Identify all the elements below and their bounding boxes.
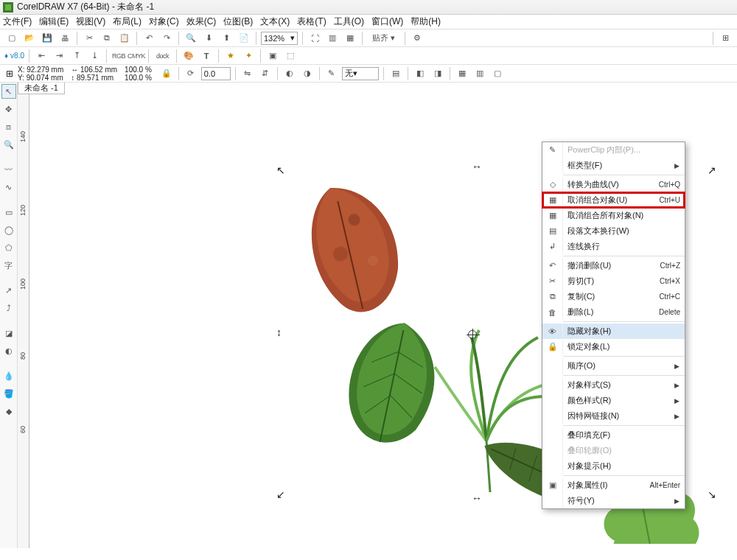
selection-handle[interactable]: ↗ [708,164,716,176]
context-menu-item[interactable]: ✂剪切(T)Ctrl+X [542,273,685,289]
misc1-icon[interactable]: ▣ [265,49,280,63]
align-top-icon[interactable]: ⤒ [69,49,84,63]
crop-tool-icon[interactable]: ⧈ [1,119,16,134]
menu-tools[interactable]: 工具(O) [334,15,364,28]
import-icon[interactable]: ⬇ [201,31,216,46]
publish-icon[interactable]: 📄 [237,31,251,46]
pick-tool-icon[interactable]: ↖ [1,84,16,99]
eyedropper-tool-icon[interactable]: 💧 [1,368,16,383]
menu-layout[interactable]: 布局(L) [113,15,142,28]
shape-tool-icon[interactable]: ✥ [1,102,16,116]
search-icon[interactable]: 🔍 [184,31,198,46]
menu-object[interactable]: 对象(C) [149,15,179,28]
context-menu-item[interactable]: ▦取消组合对象(U)Ctrl+U [542,192,685,208]
wrap-icon[interactable]: ▤ [388,66,403,81]
context-menu-item[interactable]: ◇转换为曲线(V)Ctrl+Q [542,177,685,192]
context-menu-item[interactable]: ⧉复制(C)Ctrl+C [542,289,685,304]
menu-view[interactable]: 视图(V) [76,15,105,28]
selection-handle[interactable]: ↙ [276,489,285,500]
cmyk-mode[interactable]: CMYK [129,49,144,63]
shape1-icon[interactable]: ◐ [282,66,297,81]
align-bottom-icon[interactable]: ⤓ [87,49,102,63]
open-icon[interactable]: 📂 [22,31,37,46]
dimension-tool-icon[interactable]: ↗ [1,283,16,298]
context-menu-item[interactable]: 🔒锁定对象(L) [542,339,685,354]
launch-icon[interactable]: ⊞ [718,31,733,46]
star2-icon[interactable]: ✦ [241,49,256,63]
zoom-tool-icon[interactable]: 🔍 [1,137,16,152]
context-menu-item[interactable]: ▦取消组合所有对象(N) [542,208,685,223]
polygon-tool-icon[interactable]: ⬠ [1,240,16,255]
menu-window[interactable]: 窗口(W) [371,15,403,28]
mirror-v-icon[interactable]: ⇵ [258,66,273,81]
zoom-combo[interactable]: 132%▾ [261,32,298,45]
dock-button[interactable]: dock [153,49,172,63]
context-menu-item[interactable]: ↶撤消删除(U)Ctrl+Z [542,258,685,273]
mirror-h-icon[interactable]: ⇋ [240,66,255,81]
export-icon[interactable]: ⬆ [219,31,234,46]
fill-tool-icon[interactable]: 🪣 [1,386,16,401]
options-icon[interactable]: ⚙ [410,31,425,46]
dropshadow-tool-icon[interactable]: ◪ [1,326,16,340]
shape2-icon[interactable]: ◑ [300,66,315,81]
context-menu-item[interactable]: ▣对象属性(I)Alt+Enter [542,477,685,493]
menu-help[interactable]: 帮助(H) [411,15,441,28]
ungroup-icon[interactable]: ▥ [472,66,487,81]
snap-button[interactable]: 贴齐 ▾ [367,31,400,46]
context-menu-item[interactable]: 框类型(F)▶ [542,158,685,173]
connector-tool-icon[interactable]: ⤴ [1,301,16,315]
ungroup-all-icon[interactable]: ▢ [490,66,505,81]
context-menu-item[interactable]: 对象样式(S)▶ [542,377,685,393]
text-icon[interactable]: T [199,49,214,63]
misc2-icon[interactable]: ⬚ [283,49,298,63]
group-icon[interactable]: ▦ [455,66,469,81]
selection-handle[interactable]: ↘ [708,489,716,500]
rotation-input[interactable]: 0.0 [201,67,231,80]
grid-icon[interactable]: ▦ [343,31,357,46]
context-menu-item[interactable]: 顺序(O)▶ [542,358,685,374]
ruler-icon[interactable]: ▥ [325,31,340,46]
color-swatch-icon[interactable]: 🎨 [181,49,196,63]
outline-icon[interactable]: ✎ [324,66,339,81]
selection-handle[interactable]: ↖ [276,164,285,176]
menu-file[interactable]: 文件(F) [3,15,32,28]
redo-icon[interactable]: ↷ [159,31,174,46]
menu-table[interactable]: 表格(T) [297,15,326,28]
document-tab[interactable]: 未命名 -1 [18,83,65,94]
context-menu-item[interactable]: 👁隐藏对象(H) [542,323,685,339]
transparency-tool-icon[interactable]: ◐ [1,343,16,358]
context-menu-item[interactable]: 对象提示(H) [542,458,685,474]
menu-effect[interactable]: 效果(C) [186,15,217,28]
menu-edit[interactable]: 编辑(E) [39,15,69,28]
rgb-mode[interactable]: RGB [111,49,126,63]
align-right-icon[interactable]: ⇥ [52,49,66,63]
paste-icon[interactable]: 📋 [117,31,132,46]
cut-icon[interactable]: ✂ [82,31,97,46]
selection-handle[interactable]: ↕ [276,326,282,338]
trace-icon[interactable]: ◧ [413,66,427,81]
trace2-icon[interactable]: ◨ [430,66,445,81]
selection-handle[interactable]: ↔ [472,492,482,504]
lock-ratio-icon[interactable]: 🔒 [159,66,174,81]
context-menu-item[interactable]: 因特网链接(N)▶ [542,408,685,424]
context-menu-item[interactable]: 符号(Y)▶ [542,493,685,508]
undo-icon[interactable]: ↶ [142,31,156,46]
align-left-icon[interactable]: ⇤ [34,49,49,63]
selection-handle[interactable]: ↔ [472,161,482,172]
menu-bitmap[interactable]: 位图(B) [223,15,253,28]
menu-text[interactable]: 文本(X) [260,15,290,28]
save-icon[interactable]: 💾 [40,31,55,46]
fill-combo[interactable]: 无 ▾ [342,67,379,80]
new-icon[interactable]: ▢ [4,31,19,46]
fullscreen-icon[interactable]: ⛶ [307,31,322,46]
ellipse-tool-icon[interactable]: ◯ [1,223,16,237]
freehand-tool-icon[interactable]: 〰 [1,162,16,177]
context-menu-item[interactable]: 颜色样式(R)▶ [542,393,685,408]
context-menu-item[interactable]: ↲连线换行 [542,239,685,254]
copy-icon[interactable]: ⧉ [99,31,114,46]
rectangle-tool-icon[interactable]: ▭ [1,205,16,220]
context-menu-item[interactable]: 叠印填充(F) [542,427,685,443]
star-icon[interactable]: ★ [223,49,238,63]
context-menu-item[interactable]: ▤段落文本换行(W) [542,223,685,239]
context-menu-item[interactable]: 🗑删除(L)Delete [542,304,685,320]
